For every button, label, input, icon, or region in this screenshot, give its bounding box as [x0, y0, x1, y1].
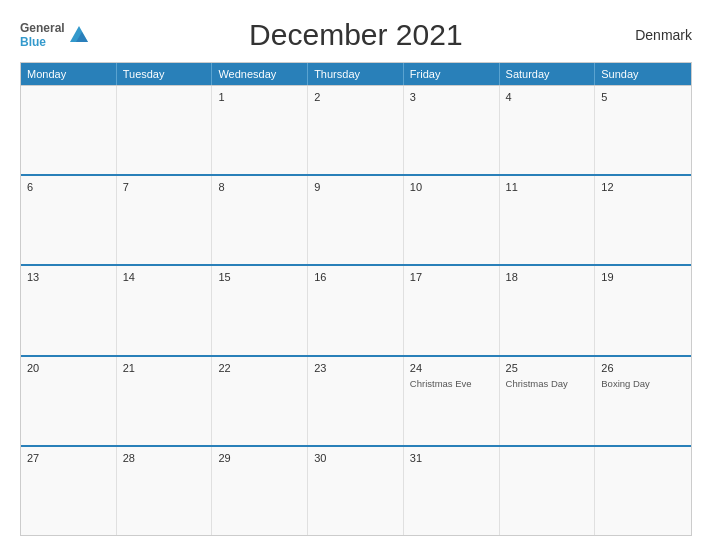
- day-cell-20: 20: [21, 357, 117, 445]
- day-cell-6: 6: [21, 176, 117, 264]
- header-friday: Friday: [404, 63, 500, 85]
- day-cell-9: 9: [308, 176, 404, 264]
- header-sunday: Sunday: [595, 63, 691, 85]
- day-cell: [117, 86, 213, 174]
- day-cell-27: 27: [21, 447, 117, 535]
- day-cell-15: 15: [212, 266, 308, 354]
- week-row-4: 20 21 22 23 24 Christmas Eve 25 Christma…: [21, 355, 691, 445]
- header: General Blue December 2021 Denmark: [20, 18, 692, 52]
- day-cell-30: 30: [308, 447, 404, 535]
- calendar-page: General Blue December 2021 Denmark Monda…: [0, 0, 712, 550]
- week-row-1: 1 2 3 4 5: [21, 85, 691, 174]
- country-label: Denmark: [622, 27, 692, 43]
- logo-general-text: General: [20, 21, 65, 35]
- day-cell-28: 28: [117, 447, 213, 535]
- day-cell-10: 10: [404, 176, 500, 264]
- day-cell-14: 14: [117, 266, 213, 354]
- week-row-3: 13 14 15 16 17 18 19: [21, 264, 691, 354]
- day-cell-13: 13: [21, 266, 117, 354]
- day-cell-22: 22: [212, 357, 308, 445]
- day-cell-31: 31: [404, 447, 500, 535]
- day-cell-4: 4: [500, 86, 596, 174]
- day-cell-5: 5: [595, 86, 691, 174]
- day-cell-29: 29: [212, 447, 308, 535]
- header-wednesday: Wednesday: [212, 63, 308, 85]
- header-saturday: Saturday: [500, 63, 596, 85]
- day-cell: [500, 447, 596, 535]
- logo-icon: [68, 24, 90, 46]
- day-cell-25: 25 Christmas Day: [500, 357, 596, 445]
- weeks-container: 1 2 3 4 5 6 7 8 9 10 11 12 13 14 15 16: [21, 85, 691, 535]
- header-monday: Monday: [21, 63, 117, 85]
- day-cell-12: 12: [595, 176, 691, 264]
- day-cell-23: 23: [308, 357, 404, 445]
- day-cell-8: 8: [212, 176, 308, 264]
- day-cell: [595, 447, 691, 535]
- day-cell-3: 3: [404, 86, 500, 174]
- day-cell-24: 24 Christmas Eve: [404, 357, 500, 445]
- header-thursday: Thursday: [308, 63, 404, 85]
- logo: General Blue: [20, 21, 90, 50]
- calendar-grid: Monday Tuesday Wednesday Thursday Friday…: [20, 62, 692, 536]
- day-cell-11: 11: [500, 176, 596, 264]
- day-cell-18: 18: [500, 266, 596, 354]
- day-cell-1: 1: [212, 86, 308, 174]
- week-row-5: 27 28 29 30 31: [21, 445, 691, 535]
- calendar-title: December 2021: [90, 18, 622, 52]
- day-headers-row: Monday Tuesday Wednesday Thursday Friday…: [21, 63, 691, 85]
- week-row-2: 6 7 8 9 10 11 12: [21, 174, 691, 264]
- day-cell-19: 19: [595, 266, 691, 354]
- day-cell-7: 7: [117, 176, 213, 264]
- day-cell-26: 26 Boxing Day: [595, 357, 691, 445]
- header-tuesday: Tuesday: [117, 63, 213, 85]
- day-cell-16: 16: [308, 266, 404, 354]
- day-cell: [21, 86, 117, 174]
- logo-blue-text: Blue: [20, 35, 46, 49]
- day-cell-17: 17: [404, 266, 500, 354]
- day-cell-21: 21: [117, 357, 213, 445]
- day-cell-2: 2: [308, 86, 404, 174]
